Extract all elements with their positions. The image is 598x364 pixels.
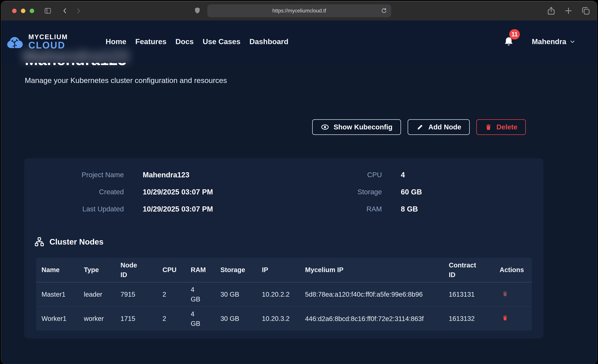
show-kubeconfig-button[interactable]: Show Kubeconfig	[312, 119, 401, 135]
col-cpu: CPU	[157, 258, 185, 282]
cell-type: leader	[78, 282, 115, 306]
add-node-button[interactable]: Add Node	[408, 119, 470, 135]
col-ip: IP	[257, 258, 300, 282]
ram-label: RAM	[340, 204, 382, 214]
cluster-nodes-icon	[34, 237, 44, 247]
cell-contract-id: 1613131	[443, 282, 494, 306]
cluster-info-grid: Project Name Mahendra123 CPU 4 Created 1…	[34, 170, 533, 214]
cell-cpu: 2	[157, 282, 185, 306]
user-menu[interactable]: Mahendra	[532, 38, 575, 46]
page-title-clip: Mahendra123	[25, 62, 127, 68]
fullscreen-window-button[interactable]	[30, 9, 34, 13]
cell-actions	[494, 306, 532, 331]
chevron-down-icon	[570, 39, 575, 44]
cell-contract-id: 1613132	[443, 306, 494, 331]
cell-mycelium-ip: 5d8:78ea:a120:f40c:ff0f:a5fe:99e6:8b96	[300, 282, 443, 306]
last-updated-value: 10/29/2025 03:07 PM	[124, 204, 340, 214]
share-icon[interactable]	[546, 6, 556, 16]
cell-name: Worker1	[36, 306, 78, 331]
col-storage: Storage	[215, 258, 257, 282]
pencil-icon	[416, 123, 424, 131]
brand-name-top: MYCELIUM	[28, 33, 68, 40]
cell-actions	[494, 282, 532, 306]
tab-overview-icon[interactable]	[581, 6, 590, 16]
cell-type: worker	[78, 306, 115, 331]
mycelium-cloud-logo-icon	[6, 33, 25, 50]
col-ram: RAM	[185, 258, 215, 282]
table-row: Master1 leader 7915 2 4 GB 30 GB 10.20.2…	[36, 282, 532, 306]
col-contract-id: Contract ID	[443, 258, 494, 282]
url-text: https://myceliumcloud.tf	[272, 8, 326, 14]
nav-link-use-cases[interactable]: Use Cases	[203, 37, 241, 46]
cluster-actions: Show Kubeconfig Add Node Delete	[312, 119, 526, 135]
col-type: Type	[78, 258, 115, 282]
top-navbar: MYCELIUM CLOUD Home Features Docs Use Ca…	[1, 20, 597, 63]
reload-icon[interactable]	[381, 8, 387, 14]
page-title: Mahendra123	[25, 62, 127, 67]
nav-link-docs[interactable]: Docs	[175, 37, 194, 46]
cell-mycelium-ip: 446:d2a6:8bcd:8c16:ff0f:72e2:3114:863f	[300, 306, 443, 331]
delete-cluster-button[interactable]: Delete	[476, 119, 526, 135]
storage-label: Storage	[340, 187, 382, 197]
cell-ip: 10.20.2.2	[257, 282, 300, 306]
show-kubeconfig-label: Show Kubeconfig	[334, 123, 392, 131]
trash-icon	[502, 290, 508, 297]
page-subtitle: Manage your Kubernetes cluster configura…	[25, 76, 227, 85]
nav-link-dashboard[interactable]: Dashboard	[249, 37, 289, 46]
cell-storage: 30 GB	[215, 282, 257, 306]
delete-node-button[interactable]	[502, 314, 508, 322]
notification-count-badge: 11	[509, 29, 520, 40]
col-name: Name	[36, 258, 78, 282]
cluster-nodes-title: Cluster Nodes	[50, 237, 103, 246]
delete-node-button[interactable]	[502, 290, 508, 297]
storage-value: 60 GB	[382, 187, 533, 197]
trash-icon	[485, 123, 492, 131]
project-name-value: Mahendra123	[124, 170, 340, 180]
minimize-window-button[interactable]	[21, 9, 25, 13]
sidebar-toggle-icon[interactable]	[43, 7, 52, 15]
nav-links: Home Features Docs Use Cases Dashboard	[106, 37, 288, 46]
address-bar[interactable]: https://myceliumcloud.tf	[207, 4, 391, 17]
eye-icon	[321, 123, 329, 131]
trash-icon	[502, 314, 508, 322]
page-content: MYCELIUM CLOUD Home Features Docs Use Ca…	[1, 20, 597, 364]
new-tab-icon[interactable]	[564, 6, 573, 16]
cell-node-id: 1715	[115, 306, 157, 331]
col-actions: Actions	[494, 258, 532, 282]
brand-logo[interactable]: MYCELIUM CLOUD	[6, 33, 68, 50]
browser-window: https://myceliumcloud.tf	[1, 1, 597, 364]
privacy-shield-icon[interactable]	[193, 6, 201, 16]
nav-link-home[interactable]: Home	[106, 37, 126, 46]
brand-name-bottom: CLOUD	[28, 41, 68, 50]
created-label: Created	[34, 187, 124, 197]
last-updated-label: Last Updated	[34, 204, 124, 214]
ram-value: 8 GB	[382, 204, 533, 214]
forward-button[interactable]	[75, 7, 82, 15]
cluster-nodes-header: Cluster Nodes	[34, 237, 533, 247]
nav-link-features[interactable]: Features	[135, 37, 166, 46]
notifications-button[interactable]: 11	[503, 36, 514, 48]
col-node-id: Node ID	[115, 258, 157, 282]
close-window-button[interactable]	[12, 9, 17, 13]
cluster-details-card: Project Name Mahendra123 CPU 4 Created 1…	[24, 158, 543, 339]
cpu-label: CPU	[340, 170, 382, 180]
col-mycelium-ip: Mycelium IP	[300, 258, 443, 282]
table-header-row: Name Type Node ID CPU RAM Storage IP Myc…	[36, 258, 532, 282]
cell-ram: 4 GB	[185, 282, 215, 306]
cell-ram: 4 GB	[185, 306, 215, 331]
cell-ip: 10.20.3.2	[257, 306, 300, 331]
project-name-label: Project Name	[34, 170, 124, 180]
back-button[interactable]	[61, 7, 69, 15]
cell-name: Master1	[36, 282, 78, 306]
cell-storage: 30 GB	[215, 306, 257, 331]
add-node-label: Add Node	[428, 123, 461, 131]
table-row: Worker1 worker 1715 2 4 GB 30 GB 10.20.3…	[36, 306, 532, 331]
cell-cpu: 2	[157, 306, 185, 331]
nodes-table: Name Type Node ID CPU RAM Storage IP Myc…	[36, 258, 532, 331]
cell-node-id: 7915	[115, 282, 157, 306]
browser-toolbar: https://myceliumcloud.tf	[1, 1, 597, 20]
user-name: Mahendra	[532, 38, 566, 46]
delete-label: Delete	[496, 123, 517, 131]
cpu-value: 4	[382, 170, 533, 180]
created-value: 10/29/2025 03:07 PM	[124, 187, 340, 197]
